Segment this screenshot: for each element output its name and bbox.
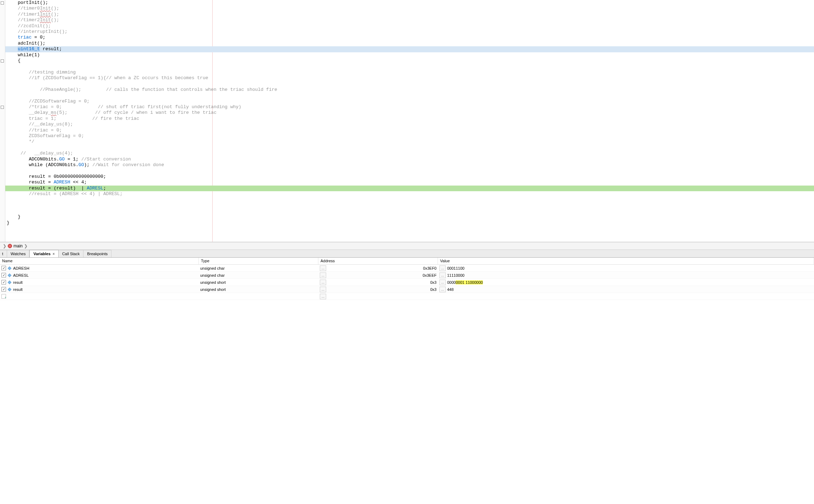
code-line[interactable]: */ — [5, 139, 814, 145]
cell-name: ✓result — [0, 286, 199, 292]
code-line[interactable]: result = ADRESH << 4; — [5, 180, 814, 185]
tab-t[interactable]: t — [0, 250, 7, 257]
ellipsis-button[interactable]: … — [320, 265, 326, 271]
code-line[interactable] — [5, 168, 814, 174]
value-text: 00000001 11000000 — [447, 280, 483, 285]
editor-gutter — [0, 0, 5, 242]
cell-name: ✓ADRESH — [0, 265, 199, 271]
code-line[interactable]: //zcdInit(); — [5, 23, 814, 29]
code-line[interactable] — [5, 81, 814, 87]
code-line[interactable]: triac = 1; // fire the triac — [5, 116, 814, 122]
table-row[interactable]: ✓ADRESLunsigned char…0x3EEF…11110000 — [0, 272, 814, 279]
var-name: result — [13, 287, 23, 292]
cell-type: unsigned char — [199, 265, 318, 271]
ellipsis-button[interactable]: … — [439, 280, 446, 285]
code-line[interactable] — [5, 197, 814, 203]
checkbox[interactable]: ✓ — [1, 273, 6, 277]
breadcrumb-item[interactable]: main — [13, 244, 23, 248]
variables-panel: Name Type Address Value ✓ADRESHunsigned … — [0, 258, 814, 300]
code-line[interactable]: /*triac = 0; // shut off triac first(not… — [5, 104, 814, 110]
code-line[interactable]: while(1) — [5, 52, 814, 58]
code-content[interactable]: portInit(); //timer0Init(); //timer1Init… — [5, 0, 814, 226]
code-line[interactable]: result = (result) | ADRESL; — [5, 186, 814, 191]
svg-marker-0 — [8, 266, 11, 270]
var-name: ADRESL — [13, 273, 29, 277]
code-line[interactable]: //if (ZCDSoftwareFlag == 1){// when a ZC… — [5, 75, 814, 81]
ellipsis-button[interactable]: … — [439, 265, 446, 271]
tab-label: Breakpoints — [87, 252, 108, 256]
col-header-address[interactable]: Address — [318, 258, 438, 264]
tab-label: Variables — [33, 252, 50, 256]
new-watch-row[interactable]: … — [0, 293, 814, 300]
address-value: 0x3EF0 — [423, 266, 437, 270]
code-line[interactable]: { — [5, 58, 814, 64]
close-icon[interactable]: × — [53, 252, 55, 256]
cell-type: unsigned char — [199, 272, 318, 278]
code-line[interactable]: uint16_t result; — [5, 46, 814, 52]
table-row[interactable]: ✓resultunsigned short…0x3…448 — [0, 286, 814, 293]
fold-mark[interactable] — [1, 1, 4, 5]
col-header-type[interactable]: Type — [199, 258, 318, 264]
ellipsis-button[interactable]: … — [320, 294, 326, 299]
code-line[interactable] — [5, 145, 814, 151]
ellipsis-button[interactable]: … — [439, 272, 446, 278]
tab-watches[interactable]: Watches — [7, 250, 29, 257]
code-line[interactable] — [5, 93, 814, 98]
code-line[interactable] — [5, 64, 814, 69]
code-line[interactable]: triac = 0; — [5, 35, 814, 40]
fold-mark[interactable] — [1, 106, 4, 109]
code-line[interactable]: //__delay_us(8); — [5, 122, 814, 127]
diamond-icon — [7, 273, 12, 277]
col-header-name[interactable]: Name — [0, 258, 199, 264]
tab-call-stack[interactable]: Call Stack — [59, 250, 84, 257]
cell-address: …0x3 — [318, 279, 438, 286]
code-line[interactable]: result = 0b0000000000000000; — [5, 174, 814, 180]
code-line[interactable]: //interruptInit(); — [5, 29, 814, 35]
address-value: 0x3EEF — [423, 273, 437, 277]
code-line[interactable]: } — [5, 220, 814, 226]
table-row[interactable]: ✓ADRESHunsigned char…0x3EF0…00011100 — [0, 265, 814, 272]
ellipsis-button[interactable]: … — [320, 272, 326, 278]
tab-variables[interactable]: Variables× — [29, 250, 58, 257]
code-line[interactable]: portInit(); — [5, 0, 814, 6]
tab-label: Call Stack — [62, 252, 80, 256]
code-line[interactable]: //timer2Init(); — [5, 17, 814, 23]
cell-value: …00000001 11000000 — [438, 279, 814, 286]
checkbox[interactable]: ✓ — [1, 266, 6, 270]
code-line[interactable]: } — [5, 214, 814, 220]
diamond-icon — [7, 280, 12, 285]
var-name: result — [13, 280, 23, 285]
code-line[interactable]: //result = (ADRESH << 4) | ADRESL; — [5, 191, 814, 197]
code-editor[interactable]: portInit(); //timer0Init(); //timer1Init… — [0, 0, 814, 242]
ellipsis-button[interactable]: … — [320, 287, 326, 292]
value-text: 448 — [447, 287, 454, 292]
checkbox[interactable]: ✓ — [1, 287, 6, 292]
code-line[interactable]: //ZCDSoftwareFlag = 0; — [5, 99, 814, 104]
chevron-right-icon: ❯ — [23, 244, 29, 248]
code-line[interactable]: //triac = 0; — [5, 128, 814, 133]
svg-marker-3 — [8, 288, 11, 291]
code-line[interactable]: ZCDSoftwareFlag = 0; — [5, 133, 814, 139]
code-line[interactable] — [5, 203, 814, 209]
code-line[interactable]: //timer0Init(); — [5, 6, 814, 11]
code-line[interactable]: __delay_ms(5); // off cycle / when i wan… — [5, 110, 814, 116]
ellipsis-button[interactable]: … — [439, 287, 446, 292]
code-line[interactable]: while (ADCON0bits.GO); //Wait for conver… — [5, 162, 814, 168]
new-watch-icon — [1, 294, 6, 299]
checkbox[interactable]: ✓ — [1, 280, 6, 285]
table-row[interactable]: ✓resultunsigned short…0x3…00000001 11000… — [0, 279, 814, 286]
code-line[interactable]: //timer1Init(); — [5, 12, 814, 17]
code-line[interactable]: //testing dimming — [5, 70, 814, 75]
ellipsis-button[interactable]: … — [320, 280, 326, 285]
fold-mark[interactable] — [1, 59, 4, 63]
code-line[interactable]: ADCON0bits.GO = 1; //Start conversion — [5, 157, 814, 162]
tab-label: t — [2, 252, 3, 256]
tab-breakpoints[interactable]: Breakpoints — [83, 250, 111, 257]
address-value: 0x3 — [430, 280, 437, 285]
code-line[interactable]: // __delay_us(4); — [5, 151, 814, 156]
cell-value: …00011100 — [438, 265, 814, 272]
code-line[interactable] — [5, 209, 814, 214]
code-line[interactable]: //PhaseAngle(); // calls the function th… — [5, 87, 814, 93]
code-line[interactable]: adcInit(); — [5, 41, 814, 46]
col-header-value[interactable]: Value — [438, 258, 814, 264]
